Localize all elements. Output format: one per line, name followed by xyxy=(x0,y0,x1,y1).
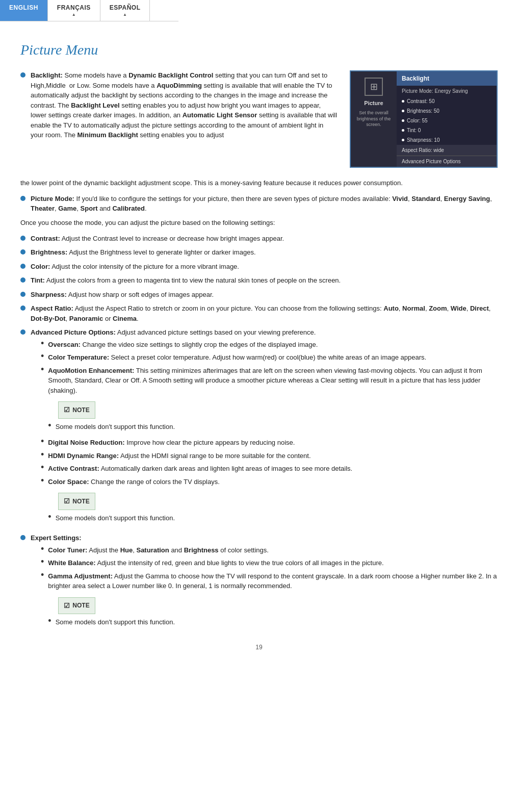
digital-noise-content: Digital Noise Reduction: Improve how cle… xyxy=(48,438,295,448)
backlight-label: Backlight: xyxy=(31,71,63,79)
color-temp-sub-dot: • xyxy=(41,351,44,363)
note-label-1: NOTE xyxy=(72,405,89,415)
active-contrast-content: Active Contrast: Automatically darken da… xyxy=(48,464,352,474)
intro-section: Backlight: Some models have a Dynamic Ba… xyxy=(20,70,498,168)
brightness-dot xyxy=(20,249,25,255)
page-number: 19 xyxy=(20,644,498,651)
overscan-sub-dot: • xyxy=(41,339,44,350)
tv-item-color: Color: 55 xyxy=(397,116,497,125)
overscan-content: Overscan: Change the video size settings… xyxy=(48,340,318,350)
aspect-bullet: Aspect Ratio: Adjust the Aspect Ratio to… xyxy=(20,303,498,323)
sharpness-dot xyxy=(20,292,25,297)
note2-dot: • xyxy=(48,512,51,523)
white-balance-content: White Balance: Adjust the intensity of r… xyxy=(48,558,383,568)
tint-bullet: Tint: Adjust the colors from a green to … xyxy=(20,275,498,286)
lang-tab-espanol[interactable]: ESPAÑOL ▲ xyxy=(100,0,150,21)
tv-menu-footer: Advanced Picture Options xyxy=(397,156,497,167)
digital-noise-sub: • Digital Noise Reduction: Improve how c… xyxy=(41,438,498,448)
lang-label-english: ENGLISH xyxy=(9,4,38,11)
note3-item: • Some models don't support this functio… xyxy=(48,617,498,627)
lang-label-espanol: ESPAÑOL xyxy=(110,4,141,11)
picture-mode-content: Picture Mode: If you'd like to configure… xyxy=(31,194,498,214)
tv-sidebar-desc: Set the overall brightness of the screen… xyxy=(355,110,393,128)
aquomotion-content: AquoMotion Enhancement: This setting min… xyxy=(48,366,498,435)
tv-picture-icon: ⊞ xyxy=(365,78,383,96)
tv-panel-top: ⊞ Picture Set the overall brightness of … xyxy=(351,71,497,167)
once-para: Once you choose the mode, you can adjust… xyxy=(20,218,498,229)
hdmi-sub: • HDMI Dynamic Range: Adjust the HDMI si… xyxy=(41,451,498,461)
aspect-content: Aspect Ratio: Adjust the Aspect Ratio to… xyxy=(31,303,498,323)
hdmi-sub-dot: • xyxy=(41,450,44,461)
expert-dot xyxy=(20,535,25,540)
color-space-sub-dot: • xyxy=(41,476,44,526)
color-space-sub: • Color Space: Change the range of color… xyxy=(41,477,498,526)
gamma-content: Gamma Adjustment: Adjust the Gamma to ch… xyxy=(48,571,498,630)
contrast-content: Contrast: Adjust the Contrast level to i… xyxy=(31,234,498,244)
tint-content: Tint: Adjust the colors from a green to … xyxy=(31,275,498,286)
expert-bullet: Expert Settings: • Color Tuner: Adjust t… xyxy=(20,533,498,633)
note-box-2: ☑ NOTE xyxy=(58,493,95,510)
overscan-sub: • Overscan: Change the video size settin… xyxy=(41,340,498,350)
aspect-label: Aspect Ratio: xyxy=(31,304,73,312)
lang-label-francais: FRANÇAIS xyxy=(57,4,91,11)
sharpness-label: Sharpness: xyxy=(31,291,67,298)
contrast-dot xyxy=(20,236,25,241)
expert-label: Expert Settings: xyxy=(31,534,82,542)
color-tuner-content: Color Tuner: Adjust the Hue, Saturation … xyxy=(48,545,269,555)
tv-dot-tint xyxy=(402,129,404,132)
tv-menu-title: Backlight xyxy=(397,71,497,86)
expert-sub-list: • Color Tuner: Adjust the Hue, Saturatio… xyxy=(41,545,498,630)
color-label: Color: xyxy=(31,263,50,270)
digital-noise-sub-dot: • xyxy=(41,437,44,448)
tv-dot-color xyxy=(402,119,404,122)
advanced-dot xyxy=(20,329,25,335)
color-tuner-sub: • Color Tuner: Adjust the Hue, Saturatio… xyxy=(41,545,498,555)
brightness-label: Brightness: xyxy=(31,248,67,256)
hdmi-content: HDMI Dynamic Range: Adjust the HDMI sign… xyxy=(48,451,310,461)
main-content: Picture Menu Backlight: Some models have… xyxy=(0,21,518,671)
tv-sidebar: ⊞ Picture Set the overall brightness of … xyxy=(351,71,397,167)
note2-item: • Some models don't support this functio… xyxy=(48,513,220,523)
picture-mode-dot xyxy=(20,196,25,201)
advanced-label: Advanced Picture Options: xyxy=(31,328,116,336)
note3-text: Some models don't support this function. xyxy=(56,617,175,627)
tv-item-sharpness: Sharpness: 10 xyxy=(397,135,497,145)
tv-dot-sharpness xyxy=(402,139,404,141)
tv-menu-divider: Aspect Ratio: wide xyxy=(397,145,497,156)
note-label-2: NOTE xyxy=(72,497,89,506)
espanol-triangle: ▲ xyxy=(123,12,127,17)
contrast-label: Contrast: xyxy=(31,235,60,242)
note3-dot: • xyxy=(48,616,51,627)
tv-main: Backlight Picture Mode: Energy Saving Co… xyxy=(397,71,497,167)
tv-sidebar-label: Picture xyxy=(364,100,383,106)
brightness-content: Brightness: Adjust the Brightness level … xyxy=(31,247,498,258)
picture-mode-label: Picture Mode: xyxy=(31,195,74,202)
lang-tab-francais[interactable]: FRANÇAIS ▲ xyxy=(48,0,100,21)
note1-text: Some models don't support this function. xyxy=(56,422,175,432)
advanced-content: Advanced Picture Options: Adjust advance… xyxy=(31,327,498,529)
tv-panel: ⊞ Picture Set the overall brightness of … xyxy=(350,70,498,168)
gamma-sub-dot: • xyxy=(41,570,44,630)
lang-tab-english[interactable]: ENGLISH xyxy=(0,0,48,21)
aspect-dot xyxy=(20,306,25,311)
tv-dot-brightness xyxy=(402,110,404,112)
white-balance-sub-dot: • xyxy=(41,557,44,568)
intro-text: Backlight: Some models have a Dynamic Ba… xyxy=(20,70,338,168)
white-balance-sub: • White Balance: Adjust the intensity of… xyxy=(41,558,498,568)
backlight-bullet: Backlight: Some models have a Dynamic Ba… xyxy=(20,70,338,140)
color-temp-content: Color Temperature: Select a preset color… xyxy=(48,352,426,363)
note2-text: Some models don't support this function. xyxy=(56,513,175,523)
page-title: Picture Menu xyxy=(20,42,498,58)
note1-item: • Some models don't support this functio… xyxy=(48,422,498,432)
note-icon-2: ☑ xyxy=(64,496,70,506)
advanced-bullet: Advanced Picture Options: Adjust advance… xyxy=(20,327,498,529)
note-box-3: ☑ NOTE xyxy=(58,597,95,615)
color-content: Color: Adjust the color intensity of the… xyxy=(31,262,498,272)
tv-item-contrast: Contrast: 50 xyxy=(397,96,497,106)
tv-item-brightness: Brightness: 50 xyxy=(397,106,497,116)
advanced-sub-list: • Overscan: Change the video size settin… xyxy=(41,340,498,526)
picture-mode-bullet: Picture Mode: If you'd like to configure… xyxy=(20,194,498,214)
color-bullet: Color: Adjust the color intensity of the… xyxy=(20,262,498,272)
backlight-continuation: the lower point of the dynamic backlight… xyxy=(20,178,498,189)
sharpness-bullet: Sharpness: Adjust how sharp or soft edge… xyxy=(20,290,498,300)
